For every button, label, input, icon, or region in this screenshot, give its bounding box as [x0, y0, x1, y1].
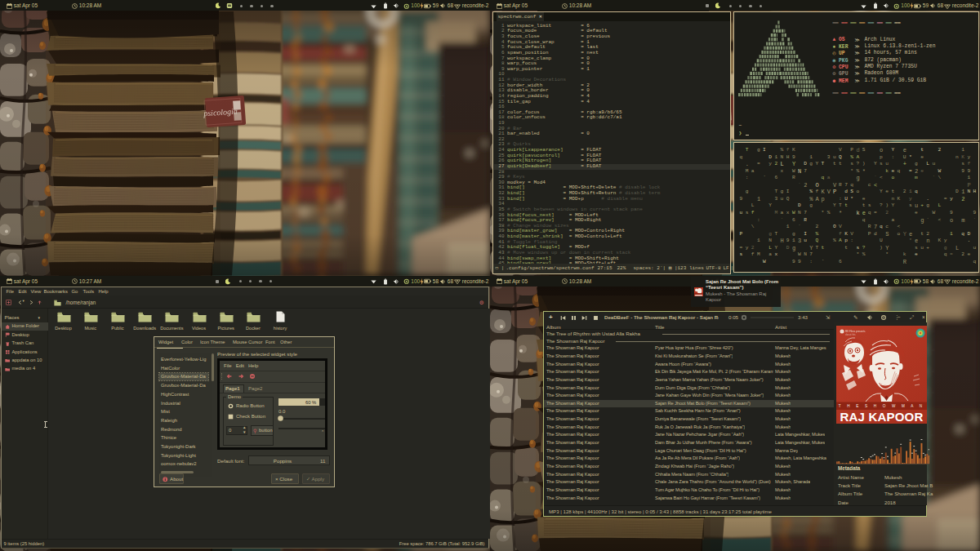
svg-text:RK Films presents: RK Films presents	[845, 330, 866, 333]
svg-text:classic hits: classic hits	[845, 333, 856, 336]
svg-text:T H E S H O W M A N: T H E S H O W M A N	[839, 404, 924, 408]
svg-text:RAJ KAPOOR: RAJ KAPOOR	[840, 410, 923, 424]
